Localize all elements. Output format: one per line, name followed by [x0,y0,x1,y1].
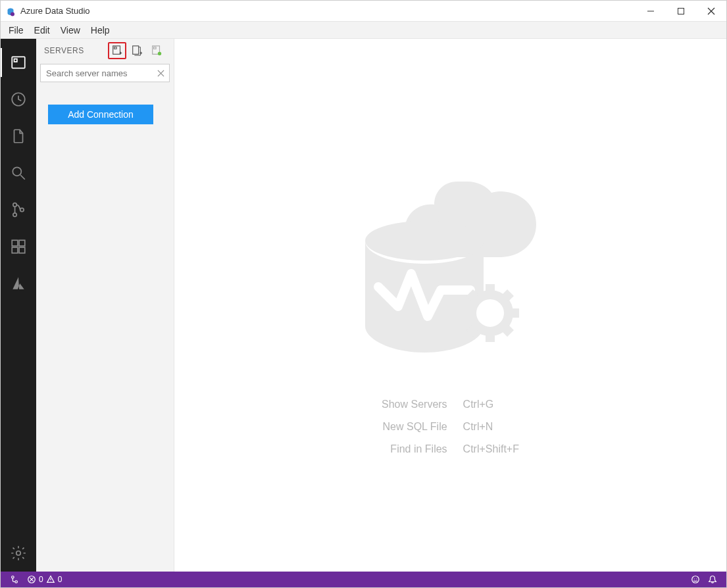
svg-rect-15 [19,247,25,253]
activity-azure[interactable] [1,265,36,302]
status-feedback-icon[interactable] [687,572,704,587]
activity-settings[interactable] [1,535,36,572]
new-server-group-icon[interactable] [128,42,146,59]
menu-help[interactable]: Help [86,23,115,37]
svg-rect-6 [14,59,17,62]
shortcut-new-sql-key: Ctrl+N [463,421,519,433]
status-problems[interactable]: 0 0 [23,572,66,587]
svg-point-11 [13,213,16,216]
shortcut-grid: Show Servers Ctrl+G New SQL File Ctrl+N … [382,399,519,455]
menu-file[interactable]: File [3,23,29,37]
activity-explorer[interactable] [1,118,36,155]
svg-rect-19 [114,47,117,49]
workbench: SERVERS Add Connection [1,39,726,572]
svg-point-10 [13,203,16,207]
svg-point-17 [16,551,21,556]
svg-line-9 [20,175,25,180]
status-errors-count: 0 [39,575,43,584]
svg-line-38 [505,328,511,333]
activity-bar [1,39,36,572]
svg-point-0 [11,12,14,16]
svg-rect-13 [12,240,18,246]
new-connection-icon[interactable] [108,42,126,59]
window-title: Azure Data Studio [20,6,90,16]
shortcut-find-files-label: Find in Files [382,443,447,455]
svg-point-50 [696,579,697,579]
status-notifications-icon[interactable] [704,572,721,587]
sidebar-title: SERVERS [44,46,108,55]
servers-sidebar: SERVERS Add Connection [36,39,174,572]
shortcut-find-files-key: Ctrl+Shift+F [463,443,519,455]
shortcut-new-sql-label: New SQL File [382,421,447,433]
shortcut-show-servers-label: Show Servers [382,399,447,410]
activity-search[interactable] [1,155,36,191]
activity-source-control[interactable] [1,191,36,228]
svg-line-39 [470,328,475,333]
menu-bar: File Edit View Help [1,22,726,39]
window-controls [636,1,726,22]
svg-point-49 [694,579,695,579]
search-input[interactable] [40,64,170,82]
welcome-watermark-icon [339,155,563,379]
minimize-button[interactable] [636,1,666,22]
menu-view[interactable]: View [55,23,86,37]
welcome-area: Show Servers Ctrl+G New SQL File Ctrl+N … [174,39,726,572]
svg-point-8 [13,167,21,176]
svg-point-48 [692,576,699,583]
app-icon [5,5,16,17]
svg-point-12 [20,208,24,211]
activity-task-history[interactable] [1,81,36,118]
svg-point-42 [15,581,18,583]
activity-servers[interactable] [1,44,36,81]
svg-point-41 [12,576,14,579]
svg-rect-22 [133,46,139,55]
clear-search-icon[interactable] [155,68,166,78]
sidebar-header: SERVERS [36,39,174,62]
status-warnings-count: 0 [58,575,63,584]
search-row [40,64,170,82]
svg-rect-2 [678,8,684,14]
add-connection-button[interactable]: Add Connection [48,105,153,124]
activity-extensions[interactable] [1,228,36,265]
show-active-connections-icon[interactable] [147,42,166,59]
status-remote[interactable] [6,572,23,587]
status-bar: 0 0 [1,572,726,587]
svg-point-27 [158,52,161,55]
close-button[interactable] [696,1,726,22]
svg-rect-26 [154,47,157,49]
svg-rect-14 [12,247,18,253]
menu-edit[interactable]: Edit [29,23,55,37]
shortcut-show-servers-key: Ctrl+G [463,399,519,410]
svg-line-37 [470,293,475,298]
svg-line-40 [505,293,511,298]
svg-rect-16 [19,240,25,246]
maximize-button[interactable] [666,1,696,22]
title-bar: Azure Data Studio [1,1,726,22]
svg-point-30 [365,221,484,260]
